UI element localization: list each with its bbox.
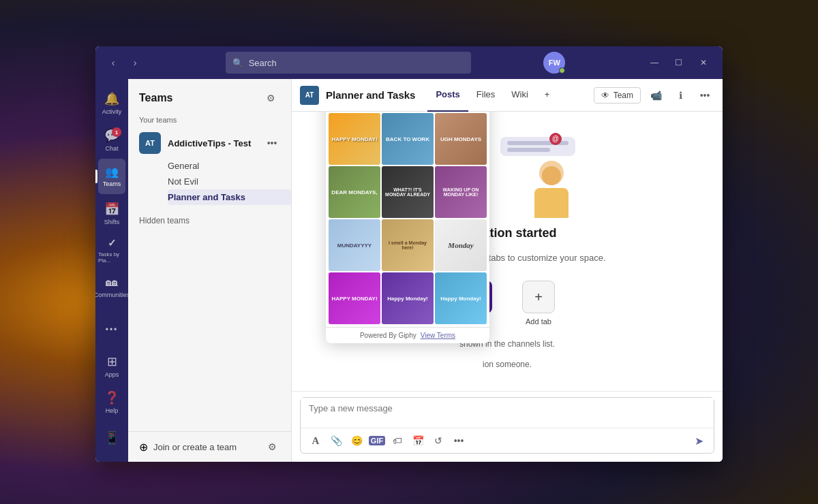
forward-button[interactable]: › [125, 53, 145, 72]
gif-item-8[interactable]: I smell a Monday here! [382, 219, 434, 271]
send-icon: ➤ [695, 435, 703, 447]
team-view-label: Team [614, 91, 633, 100]
sidebar-item-shifts[interactable]: 📅 Shifts [98, 195, 125, 231]
meet-button[interactable]: 📅 [408, 431, 427, 450]
sidebar-item-more[interactable]: ••• [98, 312, 125, 347]
info-button[interactable]: ℹ [671, 86, 690, 105]
team-more-button[interactable]: ••• [264, 135, 280, 151]
giphy-credit: Powered By Giphy [360, 332, 416, 339]
gif-item-2[interactable]: BACK TO WORK [382, 113, 434, 165]
shifts-label: Shifts [104, 219, 120, 225]
emoji-icon: 😊 [351, 435, 363, 446]
sidebar-item-tasks[interactable]: ✓ Tasks by Pla... [98, 232, 125, 268]
team-settings-button[interactable]: ⚙ [264, 439, 280, 455]
message-input[interactable] [301, 398, 714, 425]
sidebar-item-teams[interactable]: 👥 Teams [98, 159, 125, 194]
gif-picker: 🔍 HAPPY MONDAY! BACK TO WORK UGH MONDAYS [326, 112, 489, 343]
input-toolbar: A 📎 😊 GIF 🏷 [301, 428, 714, 453]
tasks-icon: ✓ [108, 237, 117, 249]
sticker-button[interactable]: 🏷 [388, 431, 407, 450]
channel-header: AT Planner and Tasks Posts Files Wiki + … [292, 79, 723, 112]
sidebar-item-communities[interactable]: 🏘 Communities [98, 269, 125, 304]
gif-item-7[interactable]: MUNDAYYYY [329, 219, 380, 271]
channel-general[interactable]: General [168, 158, 291, 174]
sidebar-item-chat[interactable]: 💬 Chat 1 [98, 122, 125, 157]
teams-label: Teams [103, 180, 121, 187]
speech-bubble: @ [500, 137, 575, 156]
apps-label: Apps [105, 371, 119, 378]
loop-icon: ↺ [434, 435, 442, 446]
add-tab-icon: + [522, 281, 555, 313]
gif-item-3[interactable]: UGH MONDAYS [435, 113, 487, 165]
gif-item-6[interactable]: WAKING UP ON MONDAY LIKE! [435, 166, 487, 218]
more-options-icon: ••• [454, 435, 464, 446]
loop-button[interactable]: ↺ [429, 431, 448, 450]
gif-item-1[interactable]: HAPPY MONDAY! [329, 113, 380, 165]
channel-icon: AT [300, 86, 319, 105]
online-indicator [559, 67, 565, 74]
gif-grid: HAPPY MONDAY! BACK TO WORK UGH MONDAYS D… [326, 112, 489, 327]
filter-button[interactable]: ⚙ [261, 89, 280, 108]
join-create-team[interactable]: ⊕ Join or create a team ⚙ [128, 431, 291, 462]
nav-buttons: ‹ › [104, 53, 145, 72]
more-options-button[interactable]: ••• [449, 431, 468, 450]
gif-item-5[interactable]: WHAT?! IT'S MONDAY ALREADY [382, 166, 434, 218]
tab-wiki[interactable]: Wiki [503, 79, 536, 112]
app-window: ‹ › 🔍 Search FW — ☐ ✕ 🔔 Activity 💬 [95, 46, 723, 462]
user-avatar[interactable]: FW [543, 52, 565, 74]
apps-icon: ⊞ [107, 354, 117, 369]
tasks-label: Tasks by Pla... [98, 251, 125, 264]
icon-rail: 🔔 Activity 💬 Chat 1 👥 Teams 📅 Shifts ✓ T… [95, 79, 128, 462]
channel-planner[interactable]: Planner and Tasks [168, 189, 291, 205]
emoji-button[interactable]: 😊 [347, 431, 366, 450]
format-button[interactable]: A [306, 431, 325, 450]
gif-item-11[interactable]: Happy Monday! [382, 272, 434, 324]
close-button[interactable]: ✕ [693, 53, 714, 72]
add-tab-card[interactable]: + Add tab [511, 281, 566, 326]
gif-item-9[interactable]: Monday [435, 219, 487, 271]
sidebar-item-help[interactable]: ❓ Help [98, 384, 125, 420]
sticker-icon: 🏷 [393, 435, 402, 446]
team-view-button[interactable]: 👁 Team [594, 87, 641, 104]
messages-area: @ versation started e with, or add some [292, 112, 723, 391]
meet-icon: 📅 [412, 435, 424, 446]
chat-badge: 1 [112, 127, 121, 137]
gif-item-12[interactable]: Happy Monday! [435, 272, 487, 324]
team-name: AddictiveTips - Test [168, 138, 257, 148]
gif-item-10[interactable]: HAPPY MONDAY! [329, 272, 380, 324]
hidden-teams[interactable]: Hidden teams [128, 210, 291, 231]
minimize-button[interactable]: — [643, 53, 665, 72]
channel-not-evil[interactable]: Not Evil [168, 174, 291, 189]
header-actions: 👁 Team 📹 ℹ ••• [594, 86, 714, 105]
join-text: Join or create a team [153, 442, 258, 452]
tab-posts[interactable]: Posts [427, 79, 468, 112]
maximize-button[interactable]: ☐ [668, 53, 690, 72]
gif-button[interactable]: GIF [367, 431, 387, 450]
back-button[interactable]: ‹ [104, 53, 123, 72]
view-terms-link[interactable]: View Terms [421, 332, 455, 339]
help-icon: ❓ [104, 390, 119, 405]
add-tab-label: Add tab [526, 317, 551, 326]
attach-button[interactable]: 📎 [327, 431, 346, 450]
team-avatar: AT [139, 132, 161, 154]
search-bar[interactable]: 🔍 Search [226, 52, 471, 74]
team-item[interactable]: AT AddictiveTips - Test ••• [128, 128, 291, 158]
tab-files[interactable]: Files [468, 79, 503, 112]
video-button[interactable]: 📹 [646, 86, 665, 105]
send-button[interactable]: ➤ [689, 431, 708, 450]
tab-add[interactable]: + [536, 79, 558, 112]
join-icon: ⊕ [139, 441, 148, 454]
gif-item-4[interactable]: DEAR MONDAYS, [329, 166, 380, 218]
sidebar-item-activity[interactable]: 🔔 Activity [98, 85, 125, 121]
more-actions-button[interactable]: ••• [695, 86, 714, 105]
search-text: Search [249, 58, 277, 68]
sidebar-item-device[interactable]: 📱 [98, 420, 125, 456]
sidebar-item-apps[interactable]: ⊞ Apps [98, 348, 125, 383]
input-box: A 📎 😊 GIF 🏷 [300, 397, 714, 454]
gif-footer: Powered By Giphy View Terms [326, 327, 489, 343]
channel-list: General Not Evil Planner and Tasks [128, 158, 291, 205]
chat-area: AT Planner and Tasks Posts Files Wiki + … [292, 79, 723, 462]
eye-icon: 👁 [601, 91, 609, 100]
channel-name: Planner and Tasks [326, 89, 415, 101]
rail-bottom: ••• ⊞ Apps ❓ Help 📱 [98, 311, 125, 456]
